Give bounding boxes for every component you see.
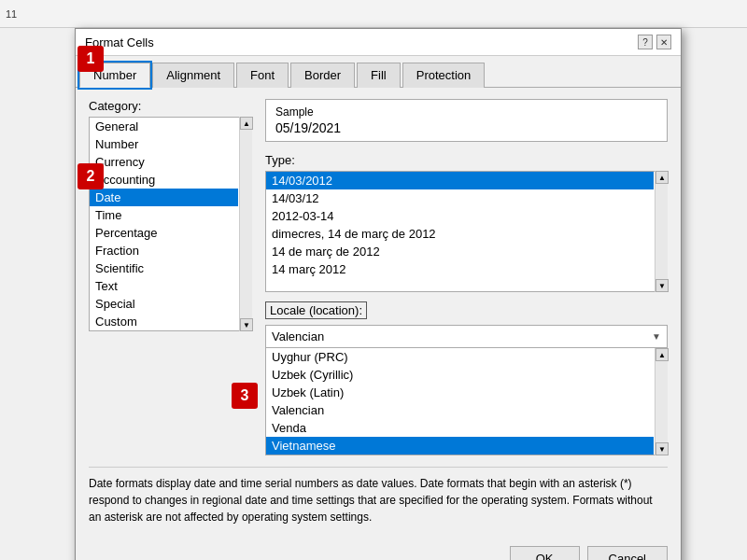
locale-selected-text: Valencian xyxy=(272,329,324,343)
locale-list-wrapper: Uyghur (PRC) Uzbek (Cyrillic) Uzbek (Lat… xyxy=(265,348,668,455)
category-list-container: General Number Currency Accounting Date … xyxy=(89,117,252,331)
type-item-0[interactable]: 14/03/2012 xyxy=(266,172,654,189)
tab-protection[interactable]: Protection xyxy=(402,63,486,88)
locale-dropdown-list[interactable]: Uyghur (PRC) Uzbek (Cyrillic) Uzbek (Lat… xyxy=(265,348,668,455)
dialog-title-bar: Format Cells ? ✕ xyxy=(76,29,681,56)
step-badge-2: 2 xyxy=(78,163,104,189)
tab-font[interactable]: Font xyxy=(236,63,289,88)
tab-fill[interactable]: Fill xyxy=(357,63,401,88)
toolbar-label: 11 xyxy=(6,8,17,20)
category-item-general[interactable]: General xyxy=(90,118,238,135)
category-item-date[interactable]: Date xyxy=(90,189,238,206)
dialog-footer: OK Cancel xyxy=(76,537,681,560)
type-scrollbar[interactable]: ▲ ▼ xyxy=(655,171,668,292)
ok-button[interactable]: OK xyxy=(510,546,580,560)
sample-value: 05/19/2021 xyxy=(275,120,657,135)
description-area: Date formats display date and time seria… xyxy=(89,467,668,525)
category-label: Category: xyxy=(89,99,252,113)
type-scroll-down[interactable]: ▼ xyxy=(655,279,669,292)
step-badge-3: 3 xyxy=(232,383,258,409)
category-list[interactable]: General Number Currency Accounting Date … xyxy=(89,117,252,331)
locale-section: Locale (location): Valencian ▼ Uyghur (P… xyxy=(265,301,668,455)
category-item-scientific[interactable]: Scientific xyxy=(90,259,238,277)
category-scroll-up[interactable]: ▲ xyxy=(240,117,253,130)
tabs-bar: Number Alignment Font Border Fill Protec… xyxy=(76,56,681,88)
sample-section: Sample 05/19/2021 xyxy=(265,99,668,142)
locale-item-uzbek-cyr[interactable]: Uzbek (Cyrillic) xyxy=(266,366,654,384)
locale-dropdown: Valencian ▼ Uyghur (PRC) Uzbek (Cyrillic… xyxy=(265,325,668,455)
type-item-1[interactable]: 14/03/12 xyxy=(266,189,654,207)
locale-scroll-down[interactable]: ▼ xyxy=(655,442,669,455)
locale-scrollbar[interactable]: ▲ ▼ xyxy=(655,348,668,455)
type-item-2[interactable]: 2012-03-14 xyxy=(266,207,654,225)
category-item-custom[interactable]: Custom xyxy=(90,313,238,330)
category-item-percentage[interactable]: Percentage xyxy=(90,224,238,242)
locale-item-uzbek-lat[interactable]: Uzbek (Latin) xyxy=(266,384,654,401)
locale-item-venda[interactable]: Venda xyxy=(266,419,654,437)
type-list[interactable]: 14/03/2012 14/03/12 2012-03-14 dimecres,… xyxy=(265,171,668,292)
description-text: Date formats display date and time seria… xyxy=(89,477,653,524)
close-button[interactable]: ✕ xyxy=(656,35,671,49)
main-row: Category: General Number Currency Accoun… xyxy=(89,99,668,455)
step-badge-1: 1 xyxy=(78,46,104,72)
locale-item-vietnamese[interactable]: Vietnamese xyxy=(266,437,654,455)
category-item-special[interactable]: Special xyxy=(90,295,238,313)
category-scroll-down[interactable]: ▼ xyxy=(240,318,253,331)
type-scroll-up[interactable]: ▲ xyxy=(655,171,669,184)
category-item-fraction[interactable]: Fraction xyxy=(90,242,238,259)
dialog-content: Category: General Number Currency Accoun… xyxy=(76,88,681,537)
title-bar-controls: ? ✕ xyxy=(638,35,671,49)
category-item-text[interactable]: Text xyxy=(90,277,238,295)
category-panel: Category: General Number Currency Accoun… xyxy=(89,99,252,455)
category-item-accounting[interactable]: Accounting xyxy=(90,171,238,189)
tab-alignment[interactable]: Alignment xyxy=(152,63,234,88)
locale-item-valencian[interactable]: Valencian xyxy=(266,401,654,419)
locale-scroll-up[interactable]: ▲ xyxy=(655,348,669,361)
help-button[interactable]: ? xyxy=(638,35,653,49)
right-panel: Sample 05/19/2021 Type: 14/03/2012 14/03… xyxy=(265,99,668,455)
category-item-currency[interactable]: Currency xyxy=(90,153,238,171)
type-item-4[interactable]: 14 de març de 2012 xyxy=(266,243,654,260)
type-item-5[interactable]: 14 març 2012 xyxy=(266,260,654,278)
toolbar: 11 xyxy=(0,0,747,28)
locale-item-uyghur[interactable]: Uyghur (PRC) xyxy=(266,348,654,366)
cancel-button[interactable]: Cancel xyxy=(587,546,668,560)
category-item-number[interactable]: Number xyxy=(90,135,238,153)
format-cells-dialog: Format Cells ? ✕ Number Alignment Font B… xyxy=(75,28,682,560)
sample-label: Sample xyxy=(275,105,657,119)
type-label: Type: xyxy=(265,153,668,167)
locale-label: Locale (location): xyxy=(265,301,367,319)
locale-chevron-icon: ▼ xyxy=(652,331,661,342)
tab-border[interactable]: Border xyxy=(290,63,355,88)
category-item-time[interactable]: Time xyxy=(90,206,238,224)
locale-selected-display[interactable]: Valencian ▼ xyxy=(265,325,668,348)
category-scrollbar[interactable]: ▲ ▼ xyxy=(239,117,252,331)
type-item-3[interactable]: dimecres, 14 de març de 2012 xyxy=(266,225,654,243)
type-list-container: 14/03/2012 14/03/12 2012-03-14 dimecres,… xyxy=(265,171,668,292)
